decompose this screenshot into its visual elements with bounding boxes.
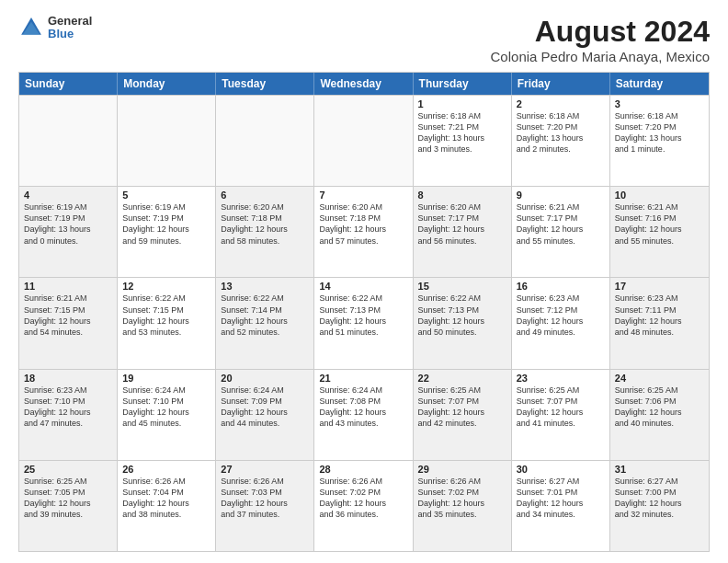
- calendar: SundayMondayTuesdayWednesdayThursdayFrid…: [18, 72, 710, 552]
- day-info: Sunrise: 6:27 AM Sunset: 7:01 PM Dayligh…: [517, 476, 605, 521]
- day-cell-2: 2Sunrise: 6:18 AM Sunset: 7:20 PM Daylig…: [512, 96, 610, 186]
- day-number: 20: [221, 373, 309, 384]
- day-cell-15: 15Sunrise: 6:22 AM Sunset: 7:13 PM Dayli…: [414, 278, 512, 368]
- calendar-row-1: 1Sunrise: 6:18 AM Sunset: 7:21 PM Daylig…: [19, 95, 709, 186]
- calendar-row-3: 11Sunrise: 6:21 AM Sunset: 7:15 PM Dayli…: [19, 277, 709, 368]
- empty-cell: [216, 96, 314, 186]
- day-info: Sunrise: 6:20 AM Sunset: 7:18 PM Dayligh…: [319, 201, 407, 247]
- calendar-row-2: 4Sunrise: 6:19 AM Sunset: 7:19 PM Daylig…: [19, 186, 709, 277]
- day-cell-6: 6Sunrise: 6:20 AM Sunset: 7:18 PM Daylig…: [216, 187, 314, 277]
- day-number: 29: [418, 464, 506, 475]
- header-day-friday: Friday: [512, 73, 610, 95]
- day-number: 16: [517, 281, 605, 292]
- day-number: 25: [24, 464, 112, 475]
- day-number: 9: [517, 190, 605, 201]
- day-cell-1: 1Sunrise: 6:18 AM Sunset: 7:21 PM Daylig…: [414, 96, 512, 186]
- day-cell-16: 16Sunrise: 6:23 AM Sunset: 7:12 PM Dayli…: [512, 278, 610, 368]
- day-info: Sunrise: 6:18 AM Sunset: 7:20 PM Dayligh…: [615, 110, 704, 155]
- day-number: 31: [615, 464, 704, 475]
- day-info: Sunrise: 6:24 AM Sunset: 7:08 PM Dayligh…: [319, 385, 407, 430]
- day-info: Sunrise: 6:26 AM Sunset: 7:02 PM Dayligh…: [418, 476, 506, 521]
- calendar-body: 1Sunrise: 6:18 AM Sunset: 7:21 PM Daylig…: [19, 95, 709, 551]
- day-cell-18: 18Sunrise: 6:23 AM Sunset: 7:10 PM Dayli…: [19, 370, 118, 460]
- day-cell-7: 7Sunrise: 6:20 AM Sunset: 7:18 PM Daylig…: [314, 187, 413, 277]
- day-cell-29: 29Sunrise: 6:26 AM Sunset: 7:02 PM Dayli…: [414, 461, 512, 551]
- day-cell-12: 12Sunrise: 6:22 AM Sunset: 7:15 PM Dayli…: [118, 278, 216, 368]
- day-number: 8: [418, 190, 506, 201]
- header-day-sunday: Sunday: [19, 73, 118, 95]
- day-cell-8: 8Sunrise: 6:20 AM Sunset: 7:17 PM Daylig…: [414, 187, 512, 277]
- day-info: Sunrise: 6:21 AM Sunset: 7:15 PM Dayligh…: [24, 293, 112, 338]
- day-cell-19: 19Sunrise: 6:24 AM Sunset: 7:10 PM Dayli…: [118, 370, 216, 460]
- day-cell-13: 13Sunrise: 6:22 AM Sunset: 7:14 PM Dayli…: [216, 278, 314, 368]
- day-number: 11: [24, 281, 112, 292]
- day-info: Sunrise: 6:18 AM Sunset: 7:21 PM Dayligh…: [418, 110, 506, 155]
- day-cell-25: 25Sunrise: 6:25 AM Sunset: 7:05 PM Dayli…: [19, 461, 118, 551]
- day-number: 7: [319, 190, 407, 201]
- logo: General Blue: [18, 15, 92, 41]
- day-number: 3: [615, 98, 704, 109]
- title-block: August 2024 Colonia Pedro Maria Anaya, M…: [491, 15, 710, 64]
- day-number: 27: [221, 464, 309, 475]
- day-info: Sunrise: 6:22 AM Sunset: 7:13 PM Dayligh…: [319, 293, 407, 338]
- day-number: 2: [517, 98, 605, 109]
- day-info: Sunrise: 6:24 AM Sunset: 7:10 PM Dayligh…: [122, 385, 210, 430]
- day-number: 23: [517, 373, 605, 384]
- empty-cell: [19, 96, 118, 186]
- day-info: Sunrise: 6:25 AM Sunset: 7:07 PM Dayligh…: [517, 385, 605, 430]
- day-info: Sunrise: 6:26 AM Sunset: 7:03 PM Dayligh…: [221, 476, 309, 521]
- day-info: Sunrise: 6:22 AM Sunset: 7:13 PM Dayligh…: [418, 293, 506, 338]
- day-info: Sunrise: 6:19 AM Sunset: 7:19 PM Dayligh…: [122, 201, 210, 247]
- day-number: 4: [24, 190, 112, 201]
- day-info: Sunrise: 6:25 AM Sunset: 7:06 PM Dayligh…: [615, 385, 704, 430]
- header-day-thursday: Thursday: [414, 73, 512, 95]
- header: General Blue August 2024 Colonia Pedro M…: [18, 15, 710, 64]
- day-info: Sunrise: 6:26 AM Sunset: 7:04 PM Dayligh…: [122, 476, 210, 521]
- day-number: 13: [221, 281, 309, 292]
- day-number: 15: [418, 281, 506, 292]
- day-cell-24: 24Sunrise: 6:25 AM Sunset: 7:06 PM Dayli…: [610, 370, 709, 460]
- day-cell-27: 27Sunrise: 6:26 AM Sunset: 7:03 PM Dayli…: [216, 461, 314, 551]
- day-info: Sunrise: 6:21 AM Sunset: 7:16 PM Dayligh…: [615, 201, 704, 247]
- logo-text: General Blue: [48, 15, 92, 41]
- day-cell-22: 22Sunrise: 6:25 AM Sunset: 7:07 PM Dayli…: [414, 370, 512, 460]
- day-cell-10: 10Sunrise: 6:21 AM Sunset: 7:16 PM Dayli…: [610, 187, 709, 277]
- day-info: Sunrise: 6:19 AM Sunset: 7:19 PM Dayligh…: [24, 201, 112, 247]
- subtitle: Colonia Pedro Maria Anaya, Mexico: [491, 49, 710, 64]
- day-info: Sunrise: 6:22 AM Sunset: 7:14 PM Dayligh…: [221, 293, 309, 338]
- header-day-monday: Monday: [118, 73, 216, 95]
- day-cell-3: 3Sunrise: 6:18 AM Sunset: 7:20 PM Daylig…: [610, 96, 709, 186]
- day-number: 19: [122, 373, 210, 384]
- day-info: Sunrise: 6:18 AM Sunset: 7:20 PM Dayligh…: [517, 110, 605, 155]
- day-info: Sunrise: 6:23 AM Sunset: 7:12 PM Dayligh…: [517, 293, 605, 338]
- day-info: Sunrise: 6:25 AM Sunset: 7:07 PM Dayligh…: [418, 385, 506, 430]
- day-cell-30: 30Sunrise: 6:27 AM Sunset: 7:01 PM Dayli…: [512, 461, 610, 551]
- day-cell-11: 11Sunrise: 6:21 AM Sunset: 7:15 PM Dayli…: [19, 278, 118, 368]
- day-info: Sunrise: 6:24 AM Sunset: 7:09 PM Dayligh…: [221, 385, 309, 430]
- logo-blue: Blue: [48, 28, 92, 40]
- day-cell-14: 14Sunrise: 6:22 AM Sunset: 7:13 PM Dayli…: [314, 278, 413, 368]
- day-number: 6: [221, 190, 309, 201]
- main-title: August 2024: [491, 15, 710, 49]
- header-day-tuesday: Tuesday: [216, 73, 314, 95]
- day-cell-5: 5Sunrise: 6:19 AM Sunset: 7:19 PM Daylig…: [118, 187, 216, 277]
- day-number: 12: [122, 281, 210, 292]
- day-number: 21: [319, 373, 407, 384]
- day-info: Sunrise: 6:20 AM Sunset: 7:18 PM Dayligh…: [221, 201, 309, 247]
- day-info: Sunrise: 6:25 AM Sunset: 7:05 PM Dayligh…: [24, 476, 112, 521]
- day-info: Sunrise: 6:23 AM Sunset: 7:10 PM Dayligh…: [24, 385, 112, 430]
- day-number: 24: [615, 373, 704, 384]
- day-cell-23: 23Sunrise: 6:25 AM Sunset: 7:07 PM Dayli…: [512, 370, 610, 460]
- day-cell-28: 28Sunrise: 6:26 AM Sunset: 7:02 PM Dayli…: [314, 461, 413, 551]
- day-number: 17: [615, 281, 704, 292]
- day-cell-21: 21Sunrise: 6:24 AM Sunset: 7:08 PM Dayli…: [314, 370, 413, 460]
- page: General Blue August 2024 Colonia Pedro M…: [0, 0, 728, 563]
- day-number: 26: [122, 464, 210, 475]
- empty-cell: [314, 96, 413, 186]
- calendar-row-4: 18Sunrise: 6:23 AM Sunset: 7:10 PM Dayli…: [19, 369, 709, 460]
- day-cell-20: 20Sunrise: 6:24 AM Sunset: 7:09 PM Dayli…: [216, 370, 314, 460]
- day-number: 10: [615, 190, 704, 201]
- day-cell-26: 26Sunrise: 6:26 AM Sunset: 7:04 PM Dayli…: [118, 461, 216, 551]
- day-cell-4: 4Sunrise: 6:19 AM Sunset: 7:19 PM Daylig…: [19, 187, 118, 277]
- calendar-row-5: 25Sunrise: 6:25 AM Sunset: 7:05 PM Dayli…: [19, 460, 709, 551]
